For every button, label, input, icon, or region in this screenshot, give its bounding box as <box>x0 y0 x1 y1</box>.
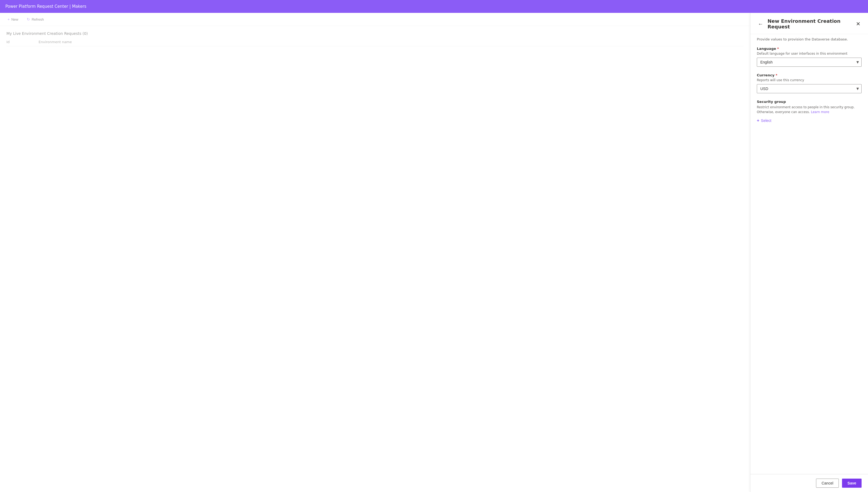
language-required-star: * <box>777 47 779 51</box>
security-group-form-group: Security group Restrict environment acce… <box>757 100 862 124</box>
language-form-group: Language * Default language for user int… <box>757 47 862 67</box>
column-env-name: Environment name <box>39 40 744 44</box>
toolbar: + New ↻ Refresh <box>0 13 750 26</box>
main-layout: + New ↻ Refresh My Live Environment Crea… <box>0 13 868 492</box>
drawer-title: New Environment Creation Request <box>768 18 855 29</box>
refresh-button-label: Refresh <box>32 18 44 21</box>
column-id: Id <box>6 40 39 44</box>
security-group-label: Security group <box>757 100 862 104</box>
refresh-button[interactable]: ↻ Refresh <box>24 16 47 23</box>
table-header: Id Environment name <box>6 40 744 46</box>
currency-label: Currency * <box>757 73 862 77</box>
close-button[interactable]: ✕ <box>855 20 862 28</box>
top-bar: Power Platform Request Center | Makers <box>0 0 868 13</box>
new-button-label: New <box>11 18 18 21</box>
plus-icon: + <box>7 17 10 21</box>
language-description: Default language for user interfaces in … <box>757 52 862 55</box>
cancel-button[interactable]: Cancel <box>816 478 839 488</box>
security-group-description: Restrict environment access to people in… <box>757 105 862 115</box>
drawer-body: Language * Default language for user int… <box>750 41 868 474</box>
right-panel: ← New Environment Creation Request ✕ Pro… <box>750 13 868 492</box>
drawer-subtitle: Provide values to provision the Datavers… <box>750 34 868 41</box>
learn-more-link[interactable]: Learn more <box>811 110 829 114</box>
language-label: Language * <box>757 47 862 51</box>
section-title: My Live Environment Creation Requests (0… <box>6 31 744 35</box>
save-button[interactable]: Save <box>842 478 862 488</box>
currency-select-wrapper: USD EUR GBP JPY CAD AUD ▼ <box>757 84 862 93</box>
drawer-footer: Cancel Save <box>750 474 868 492</box>
content-area: My Live Environment Creation Requests (0… <box>0 26 750 492</box>
new-button[interactable]: + New <box>4 16 21 23</box>
back-button[interactable]: ← <box>757 20 764 28</box>
refresh-icon: ↻ <box>27 17 30 21</box>
language-select[interactable]: English Spanish French German Japanese C… <box>757 58 862 67</box>
currency-description: Reports will use this currency <box>757 78 862 82</box>
currency-form-group: Currency * Reports will use this currenc… <box>757 73 862 93</box>
security-group-select-button[interactable]: + Select <box>757 117 771 124</box>
drawer-header-left: ← New Environment Creation Request <box>757 18 855 29</box>
currency-select[interactable]: USD EUR GBP JPY CAD AUD <box>757 84 862 93</box>
close-icon: ✕ <box>856 21 861 27</box>
language-select-wrapper: English Spanish French German Japanese C… <box>757 58 862 67</box>
back-icon: ← <box>758 21 763 27</box>
left-panel: + New ↻ Refresh My Live Environment Crea… <box>0 13 750 492</box>
select-button-label: Select <box>761 119 771 123</box>
select-plus-icon: + <box>757 118 759 123</box>
drawer-header: ← New Environment Creation Request ✕ <box>750 13 868 34</box>
currency-required-star: * <box>775 73 777 77</box>
app-title: Power Platform Request Center | Makers <box>5 4 86 9</box>
